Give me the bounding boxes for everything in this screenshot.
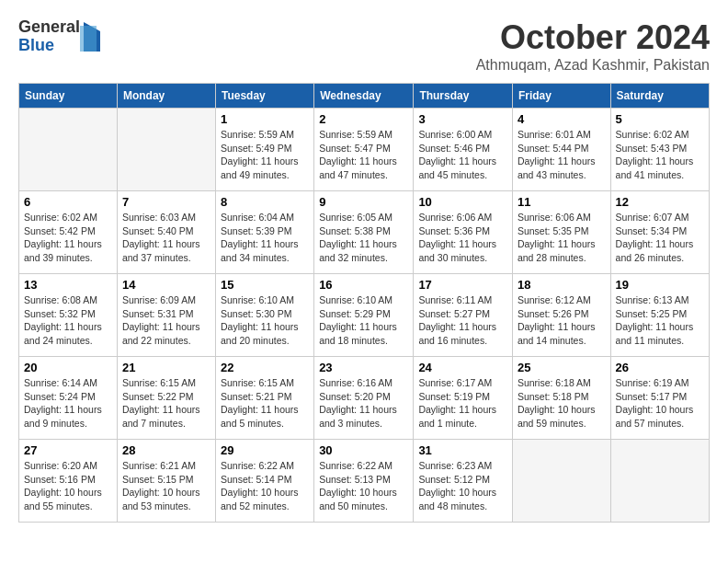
calendar-cell: 19Sunrise: 6:13 AM Sunset: 5:25 PM Dayli… bbox=[610, 274, 709, 357]
calendar-cell: 13Sunrise: 6:08 AM Sunset: 5:32 PM Dayli… bbox=[19, 274, 118, 357]
day-info: Sunrise: 6:02 AM Sunset: 5:43 PM Dayligh… bbox=[616, 128, 704, 182]
day-number: 10 bbox=[418, 195, 507, 209]
calendar-week-4: 20Sunrise: 6:14 AM Sunset: 5:24 PM Dayli… bbox=[19, 357, 710, 440]
day-number: 20 bbox=[24, 361, 112, 374]
day-info: Sunrise: 6:15 AM Sunset: 5:21 PM Dayligh… bbox=[221, 376, 309, 431]
day-number: 25 bbox=[518, 361, 606, 374]
day-info: Sunrise: 6:09 AM Sunset: 5:31 PM Dayligh… bbox=[122, 293, 210, 348]
day-number: 24 bbox=[418, 361, 507, 374]
day-number: 21 bbox=[122, 361, 210, 374]
calendar-cell: 18Sunrise: 6:12 AM Sunset: 5:26 PM Dayli… bbox=[512, 274, 610, 357]
day-number: 29 bbox=[221, 443, 309, 457]
day-number: 6 bbox=[24, 195, 112, 209]
day-info: Sunrise: 6:16 AM Sunset: 5:20 PM Dayligh… bbox=[319, 376, 408, 431]
calendar-cell: 26Sunrise: 6:19 AM Sunset: 5:17 PM Dayli… bbox=[610, 357, 709, 440]
calendar-header-saturday: Saturday bbox=[610, 84, 709, 109]
day-info: Sunrise: 6:12 AM Sunset: 5:26 PM Dayligh… bbox=[518, 293, 606, 348]
day-info: Sunrise: 6:08 AM Sunset: 5:32 PM Dayligh… bbox=[24, 293, 112, 348]
day-info: Sunrise: 5:59 AM Sunset: 5:47 PM Dayligh… bbox=[319, 128, 408, 182]
day-number: 16 bbox=[319, 278, 408, 292]
calendar-cell: 25Sunrise: 6:18 AM Sunset: 5:18 PM Dayli… bbox=[512, 357, 610, 440]
day-number: 2 bbox=[319, 112, 408, 126]
calendar-cell: 11Sunrise: 6:06 AM Sunset: 5:35 PM Dayli… bbox=[512, 191, 610, 274]
calendar-cell: 4Sunrise: 6:01 AM Sunset: 5:44 PM Daylig… bbox=[512, 109, 610, 191]
day-info: Sunrise: 6:01 AM Sunset: 5:44 PM Dayligh… bbox=[518, 128, 606, 182]
logo: General Blue bbox=[18, 18, 100, 55]
day-number: 11 bbox=[518, 195, 606, 209]
title-block: October 2024 Athmuqam, Azad Kashmir, Pak… bbox=[476, 18, 710, 74]
logo-icon bbox=[80, 22, 100, 52]
day-info: Sunrise: 6:10 AM Sunset: 5:30 PM Dayligh… bbox=[221, 293, 309, 348]
day-number: 23 bbox=[319, 361, 408, 374]
calendar-cell: 30Sunrise: 6:22 AM Sunset: 5:13 PM Dayli… bbox=[314, 440, 414, 523]
day-number: 18 bbox=[518, 278, 606, 292]
calendar-cell: 15Sunrise: 6:10 AM Sunset: 5:30 PM Dayli… bbox=[215, 274, 313, 357]
day-info: Sunrise: 5:59 AM Sunset: 5:49 PM Dayligh… bbox=[221, 128, 309, 182]
calendar-cell: 29Sunrise: 6:22 AM Sunset: 5:14 PM Dayli… bbox=[215, 440, 313, 523]
day-info: Sunrise: 6:17 AM Sunset: 5:19 PM Dayligh… bbox=[418, 376, 507, 431]
day-number: 30 bbox=[319, 443, 408, 457]
day-number: 14 bbox=[122, 278, 210, 292]
day-number: 17 bbox=[418, 278, 507, 292]
day-number: 3 bbox=[418, 112, 507, 126]
calendar-week-5: 27Sunrise: 6:20 AM Sunset: 5:16 PM Dayli… bbox=[19, 440, 710, 523]
logo-blue: Blue bbox=[18, 37, 80, 55]
day-number: 19 bbox=[616, 278, 704, 292]
day-number: 5 bbox=[616, 112, 704, 126]
calendar-cell: 1Sunrise: 5:59 AM Sunset: 5:49 PM Daylig… bbox=[215, 109, 313, 191]
calendar-cell bbox=[19, 109, 118, 191]
calendar-cell: 6Sunrise: 6:02 AM Sunset: 5:42 PM Daylig… bbox=[19, 191, 118, 274]
calendar-header-monday: Monday bbox=[117, 84, 215, 109]
day-info: Sunrise: 6:23 AM Sunset: 5:12 PM Dayligh… bbox=[418, 459, 507, 513]
day-number: 15 bbox=[221, 278, 309, 292]
day-number: 4 bbox=[518, 112, 606, 126]
calendar-cell: 10Sunrise: 6:06 AM Sunset: 5:36 PM Dayli… bbox=[414, 191, 513, 274]
day-number: 22 bbox=[221, 361, 309, 374]
day-info: Sunrise: 6:22 AM Sunset: 5:13 PM Dayligh… bbox=[319, 459, 408, 513]
calendar-week-3: 13Sunrise: 6:08 AM Sunset: 5:32 PM Dayli… bbox=[19, 274, 710, 357]
day-number: 13 bbox=[24, 278, 112, 292]
calendar-header-wednesday: Wednesday bbox=[314, 84, 414, 109]
calendar-cell: 12Sunrise: 6:07 AM Sunset: 5:34 PM Dayli… bbox=[610, 191, 709, 274]
calendar-week-1: 1Sunrise: 5:59 AM Sunset: 5:49 PM Daylig… bbox=[19, 109, 710, 191]
day-info: Sunrise: 6:00 AM Sunset: 5:46 PM Dayligh… bbox=[418, 128, 507, 182]
day-info: Sunrise: 6:04 AM Sunset: 5:39 PM Dayligh… bbox=[221, 211, 309, 265]
calendar-header-friday: Friday bbox=[512, 84, 610, 109]
calendar-cell: 27Sunrise: 6:20 AM Sunset: 5:16 PM Dayli… bbox=[19, 440, 118, 523]
location-title: Athmuqam, Azad Kashmir, Pakistan bbox=[476, 57, 710, 74]
calendar-cell: 31Sunrise: 6:23 AM Sunset: 5:12 PM Dayli… bbox=[414, 440, 513, 523]
day-number: 26 bbox=[616, 361, 704, 374]
calendar-cell: 14Sunrise: 6:09 AM Sunset: 5:31 PM Dayli… bbox=[117, 274, 215, 357]
calendar-cell: 21Sunrise: 6:15 AM Sunset: 5:22 PM Dayli… bbox=[117, 357, 215, 440]
day-info: Sunrise: 6:10 AM Sunset: 5:29 PM Dayligh… bbox=[319, 293, 408, 348]
logo-general: General bbox=[18, 18, 80, 37]
day-info: Sunrise: 6:06 AM Sunset: 5:35 PM Dayligh… bbox=[518, 211, 606, 265]
day-number: 7 bbox=[122, 195, 210, 209]
day-info: Sunrise: 6:11 AM Sunset: 5:27 PM Dayligh… bbox=[418, 293, 507, 348]
calendar-cell: 17Sunrise: 6:11 AM Sunset: 5:27 PM Dayli… bbox=[414, 274, 513, 357]
day-number: 28 bbox=[122, 443, 210, 457]
calendar-cell: 16Sunrise: 6:10 AM Sunset: 5:29 PM Dayli… bbox=[314, 274, 414, 357]
calendar-cell: 28Sunrise: 6:21 AM Sunset: 5:15 PM Dayli… bbox=[117, 440, 215, 523]
calendar-cell bbox=[610, 440, 709, 523]
day-info: Sunrise: 6:03 AM Sunset: 5:40 PM Dayligh… bbox=[122, 211, 210, 265]
calendar-cell bbox=[512, 440, 610, 523]
calendar-header-thursday: Thursday bbox=[414, 84, 513, 109]
day-info: Sunrise: 6:18 AM Sunset: 5:18 PM Dayligh… bbox=[518, 376, 606, 431]
day-number: 9 bbox=[319, 195, 408, 209]
day-info: Sunrise: 6:21 AM Sunset: 5:15 PM Dayligh… bbox=[122, 459, 210, 513]
day-info: Sunrise: 6:15 AM Sunset: 5:22 PM Dayligh… bbox=[122, 376, 210, 431]
day-info: Sunrise: 6:13 AM Sunset: 5:25 PM Dayligh… bbox=[616, 293, 704, 348]
calendar-cell: 5Sunrise: 6:02 AM Sunset: 5:43 PM Daylig… bbox=[610, 109, 709, 191]
calendar-cell: 7Sunrise: 6:03 AM Sunset: 5:40 PM Daylig… bbox=[117, 191, 215, 274]
calendar-cell: 20Sunrise: 6:14 AM Sunset: 5:24 PM Dayli… bbox=[19, 357, 118, 440]
calendar-week-2: 6Sunrise: 6:02 AM Sunset: 5:42 PM Daylig… bbox=[19, 191, 710, 274]
day-number: 27 bbox=[24, 443, 112, 457]
day-info: Sunrise: 6:22 AM Sunset: 5:14 PM Dayligh… bbox=[221, 459, 309, 513]
calendar-header-row: SundayMondayTuesdayWednesdayThursdayFrid… bbox=[19, 84, 710, 109]
calendar-cell bbox=[117, 109, 215, 191]
day-info: Sunrise: 6:02 AM Sunset: 5:42 PM Dayligh… bbox=[24, 211, 112, 265]
day-number: 1 bbox=[221, 112, 309, 126]
calendar-cell: 22Sunrise: 6:15 AM Sunset: 5:21 PM Dayli… bbox=[215, 357, 313, 440]
calendar-cell: 9Sunrise: 6:05 AM Sunset: 5:38 PM Daylig… bbox=[314, 191, 414, 274]
